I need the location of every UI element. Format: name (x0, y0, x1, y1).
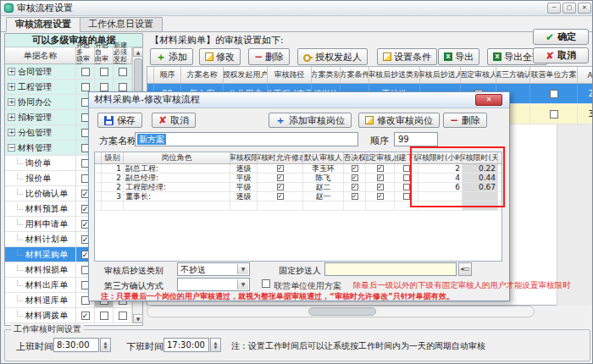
must-launch-checkbox[interactable] (114, 308, 132, 323)
create-sub-checkbox[interactable] (395, 192, 418, 201)
grant-initiator-button[interactable]: 授权发起人 (297, 48, 368, 65)
col-doc-name: 单据名称 (5, 47, 76, 63)
tree-line (17, 265, 23, 271)
post-table: 级别 岗位角色 审核权限 审核时允许修改 默认审核人 否决权 固定审核人 创建下… (94, 152, 502, 262)
tree-row[interactable]: +合同管理 (5, 64, 132, 80)
expand-icon[interactable]: + (8, 98, 15, 106)
tree-line (17, 234, 23, 240)
add-post-button[interactable]: ＋添加审核岗位 (269, 113, 352, 128)
tree-line (17, 250, 23, 256)
tree-row[interactable]: 材料调拨单 (5, 308, 132, 323)
create-sub-checkbox[interactable] (395, 174, 418, 182)
end-time-input[interactable]: 17:30:00 (163, 338, 209, 352)
cc-person-browse-icon[interactable]: ◂▭ (458, 262, 472, 276)
scheme-name-input[interactable]: 新方案 (135, 132, 358, 146)
veto-checkbox[interactable] (344, 174, 366, 182)
joint-scheme-checkbox[interactable] (530, 84, 578, 103)
joint-scheme-checkbox[interactable] (530, 104, 578, 124)
tree-line (17, 219, 23, 225)
collapse-icon[interactable]: − (8, 144, 15, 152)
edit-icon (205, 52, 213, 61)
plus-icon: ＋ (156, 50, 166, 64)
third-confirm-dropdown[interactable] (177, 278, 250, 291)
post-row-empty (95, 201, 502, 211)
multilevel-checkbox[interactable] (76, 308, 95, 323)
must-launch-checkbox[interactable] (114, 64, 132, 79)
create-sub-checkbox[interactable] (395, 164, 418, 173)
fixed-auditor-checkbox[interactable] (366, 183, 395, 191)
horizontal-scrollbar[interactable] (147, 306, 535, 317)
dialog-close-icon[interactable]: ✕ (475, 94, 502, 106)
x-icon: ✘ (158, 114, 167, 126)
veto-checkbox[interactable] (344, 192, 366, 201)
post-row[interactable]: 3董事长:逐级 赵一 (95, 192, 502, 201)
order-input[interactable]: 99 (394, 132, 438, 146)
fixed-auditor-checkbox[interactable] (366, 192, 395, 201)
expand-icon[interactable]: + (8, 83, 15, 91)
expand-icon[interactable]: + (8, 68, 15, 75)
minimize-button[interactable]: ─ (547, 3, 561, 14)
tree-line (17, 311, 23, 317)
table-empty-area (557, 124, 593, 306)
worktime-note: 注：设置工作时间后可以让系统按工作时间内为一天的周期自动审核 (231, 340, 485, 352)
tree-header-row: 单据名称 开启多级审核 开启自由审核 新建必须发起审核 (5, 47, 132, 64)
tree-line (17, 295, 23, 301)
scrollbar-thumb[interactable] (308, 307, 376, 316)
modify-button[interactable]: 修改 (199, 48, 241, 65)
tree-line (17, 174, 23, 179)
expand-icon[interactable]: + (8, 129, 15, 136)
limit-hours-cell[interactable]: 2 (418, 164, 463, 173)
post-row[interactable]: 2副总经理:平级 陈飞 4 0.44 (95, 174, 502, 183)
ok-button[interactable]: ✔确定 (533, 29, 589, 45)
cancel-button[interactable]: ✘取消 (533, 47, 589, 63)
veto-checkbox[interactable] (344, 164, 366, 173)
third-confirm-label: 第三方确认方式 (104, 280, 163, 292)
joint-use-checkbox[interactable] (262, 279, 270, 288)
end-time-label: 下班时间 (126, 340, 163, 353)
close-button[interactable]: ✕ (578, 3, 591, 14)
maximize-button[interactable]: ▢ (563, 3, 576, 14)
multilevel-checkbox[interactable] (76, 64, 95, 79)
dialog-cancel-button[interactable]: ✘取消 (152, 113, 196, 128)
modify-post-button[interactable]: 修改审核岗位 (358, 113, 440, 128)
limit-hours-cell[interactable]: 4 (418, 174, 463, 182)
audit-settings-caption: 【材料采购单】的审核设置如下: (150, 34, 284, 47)
limit-hours-cell[interactable] (418, 192, 463, 201)
veto-checkbox[interactable] (344, 183, 366, 191)
cc-person-input[interactable] (324, 262, 457, 276)
free-audit-checkbox[interactable] (95, 64, 114, 79)
tab-rest-day[interactable]: 工作休息日设置 (79, 17, 163, 31)
free-audit-checkbox[interactable] (95, 308, 114, 323)
joint-use-label: 联营单位使用方案 (274, 280, 341, 292)
app-icon (4, 3, 14, 13)
delete-post-button[interactable]: −删除 (443, 113, 487, 128)
post-row[interactable]: 2工程部经理:平级 赵二 6 0.67 (95, 183, 502, 192)
post-row[interactable]: 1副总工程:逐级 李玉环 2 0.22 (95, 164, 502, 174)
allow-modify-checkbox[interactable] (258, 164, 303, 173)
edit-flow-dialog: 材料采购单-修改审核流程 ✕ 保存 ✘取消 ＋添加审核岗位 修改审核岗位 −删除… (88, 91, 510, 301)
order-label: 顺序 (370, 135, 389, 147)
cc-person-label: 固定抄送人 (279, 265, 321, 277)
scroll-up-icon[interactable]: ▲ (133, 47, 143, 57)
key-icon (303, 52, 313, 62)
add-button[interactable]: ＋添加 (150, 48, 193, 65)
end-time-spinner[interactable]: ▲▼ (210, 338, 221, 352)
start-time-spinner[interactable]: ▲▼ (100, 338, 111, 352)
allow-modify-checkbox[interactable] (258, 174, 303, 182)
tree-line (17, 280, 23, 286)
save-button[interactable]: 保存 (97, 113, 142, 128)
scroll-down-icon[interactable]: ▼ (133, 314, 143, 323)
start-time-input[interactable]: 8:30:00 (53, 338, 99, 352)
set-condition-button[interactable]: 设置条件 (377, 48, 437, 65)
fixed-auditor-checkbox[interactable] (366, 164, 395, 173)
expand-icon[interactable]: + (8, 113, 15, 121)
cc-type-dropdown[interactable]: 不抄送 (177, 262, 250, 276)
allow-modify-checkbox[interactable] (258, 183, 303, 191)
tab-audit-flow[interactable]: 审核流程设置 (6, 17, 80, 32)
create-sub-checkbox[interactable] (395, 183, 418, 191)
export-button[interactable]: X导出 (438, 48, 479, 65)
allow-modify-checkbox[interactable] (258, 192, 303, 201)
fixed-auditor-checkbox[interactable] (366, 174, 395, 182)
limit-hours-cell[interactable]: 6 (418, 183, 463, 191)
delete-button[interactable]: −删除 (248, 48, 290, 65)
